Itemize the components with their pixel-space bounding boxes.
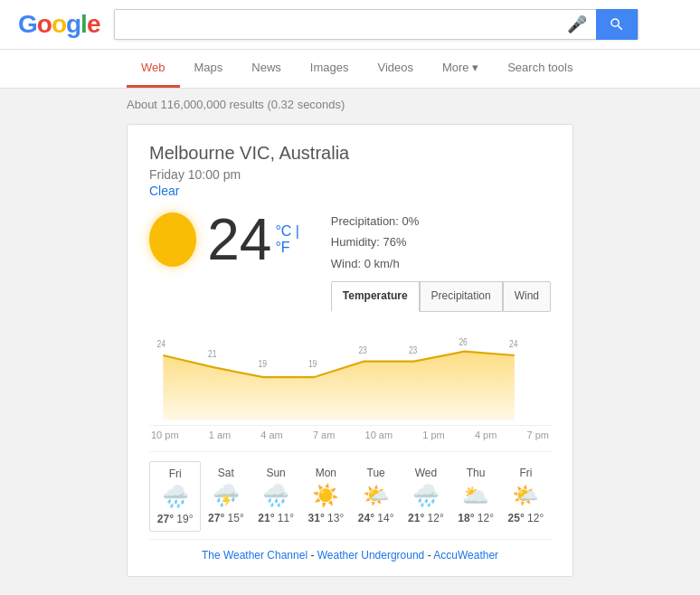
day-weather-icon: 🌤️	[512, 483, 539, 508]
svg-text:24: 24	[157, 338, 166, 349]
day-item-thu[interactable]: Thu 🌥️ 18° 12°	[451, 461, 501, 532]
day-name: Wed	[415, 467, 437, 479]
tab-news[interactable]: News	[237, 50, 296, 88]
day-name: Fri	[169, 468, 182, 480]
google-logo[interactable]: Google	[18, 10, 99, 39]
chart-tabs: Temperature Precipitation Wind	[331, 281, 551, 312]
tab-web[interactable]: Web	[127, 50, 180, 88]
time-label: 1 am	[209, 430, 231, 440]
chart-tab-temperature[interactable]: Temperature	[331, 281, 420, 312]
tab-search-tools[interactable]: Search tools	[493, 50, 587, 88]
day-temps: 27° 19°	[157, 513, 194, 525]
time-labels: 10 pm 1 am 4 am 7 am 10 am 1 pm 4 pm 7 p…	[149, 430, 551, 440]
day-item-wed[interactable]: Wed 🌧️ 21° 12°	[401, 461, 450, 532]
day-weather-icon: ☀️	[312, 483, 339, 508]
day-weather-icon: 🌧️	[262, 483, 289, 508]
svg-text:26: 26	[459, 336, 468, 347]
nav-tabs: Web Maps News Images Videos More ▾ Searc…	[0, 50, 700, 89]
search-input[interactable]: weather Melbourne	[115, 16, 558, 33]
svg-text:21: 21	[208, 348, 216, 359]
search-icon	[609, 16, 625, 33]
day-item-fri1[interactable]: Fri 🌧️ 27° 19°	[149, 461, 201, 532]
time-label: 10 am	[365, 430, 393, 440]
weather-left: 24 °C | °F	[149, 211, 304, 269]
mic-icon[interactable]: 🎤	[558, 14, 596, 34]
temperature-chart: 24 21 19 19 23 23 26 24	[149, 335, 551, 426]
day-name: Thu	[467, 467, 486, 479]
day-weather-icon: 🌥️	[462, 483, 489, 508]
weather-time: Friday 10:00 pm	[149, 167, 551, 182]
day-temps: 21° 11°	[258, 512, 294, 524]
day-weather-icon: ⛈️	[213, 483, 240, 508]
time-label: 7 am	[313, 430, 335, 440]
time-label: 10 pm	[151, 430, 179, 440]
chart-svg: 24 21 19 19 23 23 26 24	[149, 335, 551, 425]
results-area: About 116,000,000 results (0.32 seconds)…	[0, 89, 700, 595]
chart-tab-wind[interactable]: Wind	[503, 281, 551, 312]
day-item-sat[interactable]: Sat ⛈️ 27° 15°	[201, 461, 251, 532]
celsius-link[interactable]: °C	[275, 223, 291, 239]
fahrenheit-link[interactable]: °F	[275, 240, 289, 255]
day-forecast: Fri 🌧️ 27° 19° Sat ⛈️ 27° 15° Sun 🌧️ 21°…	[149, 451, 551, 532]
time-label: 1 pm	[422, 430, 444, 440]
search-bar: weather Melbourne 🎤	[114, 9, 639, 40]
day-weather-icon: 🌤️	[363, 483, 390, 508]
day-weather-icon: 🌧️	[412, 483, 440, 508]
day-temps: 27° 15°	[208, 512, 244, 524]
search-button[interactable]	[596, 9, 638, 40]
time-label: 7 pm	[526, 430, 548, 440]
weather-underground-link[interactable]: Weather Underground	[317, 549, 425, 562]
results-count: About 116,000,000 results (0.32 seconds)	[127, 98, 573, 111]
day-temps: 25° 12°	[508, 512, 544, 524]
weather-location: Melbourne VIC, Australia	[149, 143, 551, 164]
card-footer: The Weather Channel - Weather Undergroun…	[149, 539, 551, 562]
day-name: Fri	[519, 467, 532, 479]
humidity-value: Humidity: 76%	[331, 231, 551, 252]
day-item-fri2[interactable]: Fri 🌤️ 25° 12°	[501, 461, 551, 532]
wind-value: Wind: 0 km/h	[331, 253, 551, 274]
day-name: Sun	[266, 467, 285, 479]
temperature-display: 24	[207, 211, 271, 269]
weather-main: 24 °C | °F Precipitation: 0% Humidity: 7…	[149, 211, 551, 321]
tab-maps[interactable]: Maps	[180, 50, 238, 88]
tab-videos[interactable]: Videos	[363, 50, 428, 88]
svg-text:23: 23	[409, 345, 418, 355]
day-name: Tue	[367, 467, 385, 479]
tab-images[interactable]: Images	[296, 50, 364, 88]
weather-card: Melbourne VIC, Australia Friday 10:00 pm…	[127, 124, 573, 577]
day-temps: 24° 14°	[358, 512, 394, 524]
temp-unit: °C | °F	[275, 211, 303, 256]
svg-text:19: 19	[308, 358, 317, 369]
day-item-sun[interactable]: Sun 🌧️ 21° 11°	[251, 461, 301, 532]
day-item-tue[interactable]: Tue 🌤️ 24° 14°	[351, 461, 401, 532]
precipitation-value: Precipitation: 0%	[331, 211, 551, 231]
day-item-mon[interactable]: Mon ☀️ 31° 13°	[301, 461, 351, 532]
day-weather-icon: 🌧️	[162, 484, 189, 509]
svg-text:23: 23	[358, 345, 367, 355]
time-label: 4 am	[260, 430, 282, 440]
day-name: Sat	[218, 467, 234, 479]
svg-text:24: 24	[509, 338, 518, 349]
weather-details: Precipitation: 0% Humidity: 76% Wind: 0 …	[331, 211, 551, 321]
day-temps: 18° 12°	[458, 512, 494, 524]
day-temps: 21° 12°	[408, 512, 444, 524]
day-temps: 31° 13°	[308, 512, 345, 524]
sun-icon	[149, 212, 196, 267]
header: Google weather Melbourne 🎤	[0, 0, 700, 50]
weather-channel-link[interactable]: The Weather Channel	[202, 549, 307, 562]
accuweather-link[interactable]: AccuWeather	[433, 549, 498, 562]
chart-tab-precipitation[interactable]: Precipitation	[420, 281, 503, 312]
day-name: Mon	[316, 467, 336, 479]
weather-condition: Clear	[149, 184, 551, 198]
time-label: 4 pm	[475, 430, 497, 440]
svg-text:19: 19	[258, 358, 266, 369]
tab-more[interactable]: More ▾	[428, 50, 493, 88]
